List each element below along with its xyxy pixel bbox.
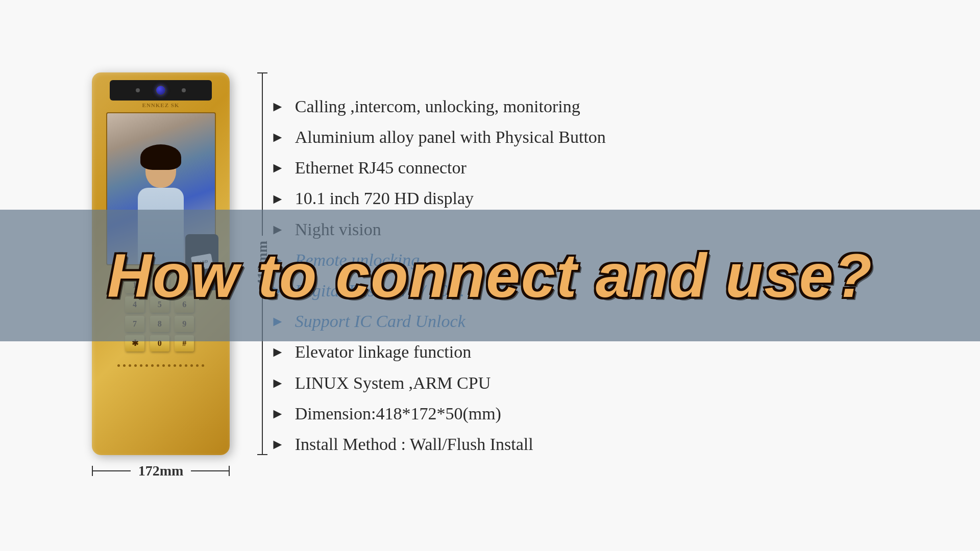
bullet-dimension: ► [271, 407, 285, 421]
camera-dot-right [182, 88, 186, 92]
feature-text-display: 10.1 inch 720 HD display [295, 187, 474, 210]
feature-dimension: ► Dimension:418*172*50(mm) [271, 398, 919, 429]
feature-text-elevator: Elevator linkage function [295, 341, 472, 363]
bullet-display: ► [271, 192, 285, 206]
overlay-banner: How to connect and use? [0, 210, 980, 341]
bullet-linux: ► [271, 376, 285, 390]
feature-text-dimension: Dimension:418*172*50(mm) [295, 403, 501, 425]
camera-bar [110, 80, 212, 101]
feature-calling: ► Calling ,intercom, unlocking, monitori… [271, 91, 919, 122]
feature-install: ► Install Method : Wall/Flush Install [271, 429, 919, 460]
camera-dot-left [136, 88, 140, 92]
bullet-calling: ► [271, 99, 285, 114]
feature-ethernet: ► Ethernet RJ45 connector [271, 153, 919, 183]
feature-panel: ► Aluminium alloy panel with Physical Bu… [271, 122, 919, 153]
feature-text-ethernet: Ethernet RJ45 connector [295, 157, 467, 179]
camera-lens [155, 85, 166, 96]
width-dimension: 172mm [92, 463, 230, 479]
feature-text-install: Install Method : Wall/Flush Install [295, 433, 533, 456]
brand-label: ENNKEZ SK [142, 102, 180, 108]
feature-text-panel: Aluminium alloy panel with Physical Butt… [295, 126, 606, 148]
bullet-elevator: ► [271, 345, 285, 359]
bullet-ethernet: ► [271, 161, 285, 175]
person-hair [140, 144, 181, 170]
speaker-grill [110, 358, 212, 373]
bullet-panel: ► [271, 130, 285, 144]
person-head [145, 152, 176, 188]
feature-text-linux: LINUX System ,ARM CPU [295, 372, 491, 394]
feature-linux: ► LINUX System ,ARM CPU [271, 368, 919, 398]
bullet-install: ► [271, 437, 285, 452]
overlay-text: How to connect and use? [107, 240, 872, 311]
width-label: 172mm [131, 463, 191, 479]
feature-text-calling: Calling ,intercom, unlocking, monitoring [295, 95, 580, 118]
feature-elevator: ► Elevator linkage function [271, 337, 919, 367]
